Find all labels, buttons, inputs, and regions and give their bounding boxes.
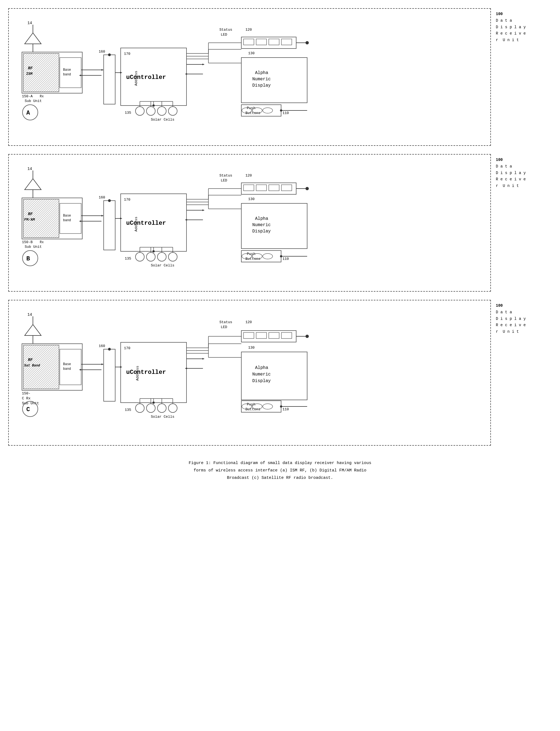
right-label-b: 100 D a t aD i s p l a yR e c e i v er U… <box>496 154 526 189</box>
svg-point-143 <box>168 404 177 412</box>
svg-point-82 <box>168 253 177 261</box>
svg-marker-73 <box>79 220 81 222</box>
svg-text:Numeric: Numeric <box>252 372 271 377</box>
svg-rect-102 <box>244 185 254 191</box>
svg-point-136 <box>108 348 111 351</box>
svg-marker-17 <box>120 72 122 73</box>
caption-line2: forms of wireless access interface (a) I… <box>61 467 499 474</box>
antenna-num-c: 14 <box>27 313 32 317</box>
rf-label-b: RF <box>28 212 33 216</box>
right-label-text-a: D a t aD i s p l a yR e c e i v er U n i… <box>496 18 526 44</box>
rf-type-c: Sat Band <box>24 364 40 367</box>
svg-marker-93 <box>185 219 187 221</box>
rf-label-a: RF <box>28 66 33 70</box>
svg-rect-165 <box>269 333 279 339</box>
svg-text:Numeric: Numeric <box>252 223 271 228</box>
svg-point-119 <box>280 255 282 257</box>
svg-text:C    Rx: C Rx <box>22 396 30 400</box>
svg-text:Sub Unit: Sub Unit <box>25 99 42 103</box>
diagram-b: 14 RF FM/AM Base band 150-B Rx Sub Unit <box>16 162 483 269</box>
svg-marker-78 <box>120 218 122 219</box>
svg-point-107 <box>306 187 309 190</box>
svg-marker-139 <box>120 366 122 368</box>
ucontroller-num-a: 170 <box>124 52 130 56</box>
svg-point-56 <box>263 108 273 113</box>
solar-label-a: Solar Cells <box>151 118 174 122</box>
svg-text:Rx: Rx <box>40 95 44 98</box>
svg-text:LED: LED <box>221 33 227 37</box>
solar-num-b: 135 <box>125 257 131 261</box>
svg-point-141 <box>146 404 155 412</box>
status-num-a: 120 <box>245 28 252 32</box>
alpha-title-a: Alpha <box>255 70 268 75</box>
svg-point-79 <box>135 253 144 261</box>
svg-text:band: band <box>63 73 71 77</box>
svg-point-80 <box>146 253 155 261</box>
rf-label-c: RF <box>28 358 33 362</box>
svg-point-89 <box>152 250 155 253</box>
ref-num-a: 100 <box>496 11 526 18</box>
svg-point-59 <box>22 105 38 120</box>
svg-point-46 <box>306 41 309 44</box>
svg-point-140 <box>135 404 144 412</box>
svg-text:Rx: Rx <box>40 240 44 244</box>
svg-rect-13 <box>104 55 115 104</box>
svg-rect-110 <box>241 203 307 249</box>
svg-point-178 <box>263 404 273 409</box>
svg-rect-49 <box>241 58 307 103</box>
svg-rect-43 <box>269 39 279 45</box>
svg-point-180 <box>280 405 282 407</box>
right-label-c: 100 D a t aD i s p l a yR e c e i v er U… <box>496 300 526 335</box>
solar-num-a: 135 <box>125 111 131 115</box>
ucontroller-title-b: uController <box>126 220 166 227</box>
svg-marker-61 <box>25 179 41 190</box>
svg-rect-41 <box>244 39 254 45</box>
solar-label-b: Solar Cells <box>151 264 174 268</box>
alpha-num-c: 130 <box>248 346 254 350</box>
ucontroller-num-b: 170 <box>124 198 130 202</box>
diagram-a: 14 RF ISM Base band 150-A Rx Sub <box>16 16 483 123</box>
svg-point-18 <box>135 107 144 115</box>
caption-line1: Figure 1: Functional diagram of small da… <box>61 459 499 467</box>
svg-text:Display: Display <box>252 229 271 234</box>
svg-marker-32 <box>185 73 187 75</box>
circle-label-b: B <box>26 256 30 262</box>
svg-text:band: band <box>63 219 71 222</box>
solar-label-c: Solar Cells <box>151 415 174 419</box>
svg-marker-10 <box>101 69 104 71</box>
svg-rect-164 <box>256 333 267 339</box>
ucontroller-num-c: 170 <box>124 346 130 350</box>
svg-rect-163 <box>244 333 254 339</box>
caption-line3: Broadcast (c) Satellite RF radio broadca… <box>61 474 499 481</box>
svg-point-142 <box>157 404 166 412</box>
svg-text:Numeric: Numeric <box>252 77 271 82</box>
alpha-title-c: Alpha <box>255 366 268 370</box>
baseband-label-a: Base <box>63 68 71 72</box>
svg-marker-71 <box>101 215 104 217</box>
svg-point-19 <box>146 107 155 115</box>
svg-point-20 <box>157 107 166 115</box>
subunit-label-c: 150- <box>22 391 30 395</box>
ref-num-b: 100 <box>496 157 526 163</box>
svg-rect-171 <box>241 352 307 400</box>
address-num-c: 160 <box>99 344 105 348</box>
svg-rect-74 <box>104 201 115 250</box>
status-label-a: Status <box>219 28 232 32</box>
circle-label-a: A <box>26 110 30 117</box>
svg-text:Base: Base <box>63 363 71 366</box>
address-num-a: 160 <box>99 50 105 54</box>
solar-num-c: 135 <box>125 408 131 412</box>
svg-rect-105 <box>281 185 292 191</box>
rf-type-a: ISM <box>26 72 33 76</box>
svg-point-21 <box>168 107 177 115</box>
status-num-b: 120 <box>245 174 252 178</box>
status-label-c: Status <box>219 320 232 324</box>
svg-point-168 <box>306 335 309 338</box>
svg-rect-135 <box>104 349 115 401</box>
svg-marker-154 <box>185 367 187 369</box>
svg-marker-132 <box>101 364 104 365</box>
svg-marker-12 <box>79 75 81 76</box>
svg-point-75 <box>108 199 111 202</box>
pushbtn-num-a: 110 <box>282 111 289 115</box>
figure-caption: Figure 1: Functional diagram of small da… <box>61 459 499 481</box>
